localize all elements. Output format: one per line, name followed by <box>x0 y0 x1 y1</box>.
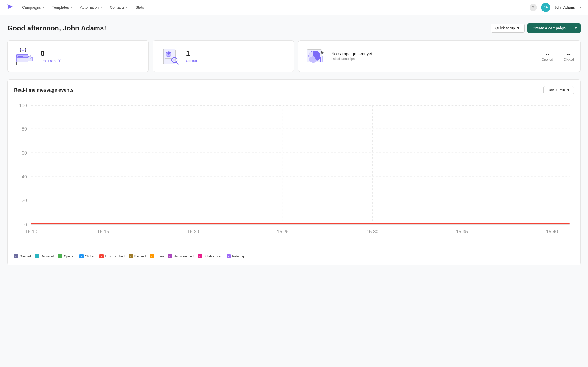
legend-checkbox[interactable]: ✓ <box>150 254 154 258</box>
legend-label: Unsubscribed <box>105 254 124 258</box>
legend-label: Retrying <box>232 254 244 258</box>
legend-label: Soft-bounced <box>203 254 222 258</box>
chart-container: 100 80 60 40 20 0 <box>14 100 574 247</box>
help-button[interactable]: ? <box>530 4 537 11</box>
stat-card-contact: 1 Contact <box>153 40 294 72</box>
svg-text:15:40: 15:40 <box>546 229 558 234</box>
campaign-title: No campaign sent yet <box>331 52 536 56</box>
chevron-down-icon: ▼ <box>517 26 520 30</box>
avatar[interactable]: JA <box>541 3 550 12</box>
nav-stats[interactable]: Stats <box>132 4 147 11</box>
opened-value: -- <box>542 51 553 57</box>
svg-text:15:30: 15:30 <box>367 229 378 234</box>
email-sent-count: 0 <box>40 50 61 57</box>
campaign-info: No campaign sent yet Latest campaign <box>331 52 536 61</box>
svg-rect-19 <box>322 56 323 62</box>
create-campaign-dropdown-button[interactable]: ▼ <box>571 23 581 33</box>
svg-rect-3 <box>18 56 23 57</box>
legend-checkbox[interactable]: ✓ <box>14 254 18 258</box>
info-icon: i <box>58 59 61 62</box>
email-sent-info: 0 Email sent i <box>40 50 61 63</box>
legend-checkbox[interactable]: ✓ <box>198 254 202 258</box>
chevron-down-icon: ▼ <box>70 6 73 9</box>
main-content: Good afternoon, John Adams! Quick setup … <box>0 15 588 274</box>
stat-card-campaign: No campaign sent yet Latest campaign -- … <box>298 40 581 72</box>
legend-checkbox[interactable]: ✓ <box>58 254 62 258</box>
legend-item: ✓Unsubscribed <box>99 254 124 258</box>
svg-text:100: 100 <box>19 103 27 108</box>
legend-item: ✓Delivered <box>35 254 54 258</box>
legend-item: ✓Queued <box>14 254 31 258</box>
chevron-down-icon: ▼ <box>125 6 128 9</box>
svg-point-10 <box>167 52 170 55</box>
metric-opened: -- Opened <box>542 51 553 61</box>
stats-row: 0 Email sent i <box>7 40 581 72</box>
legend-checkbox[interactable]: ✓ <box>129 254 133 258</box>
svg-text:60: 60 <box>22 150 27 156</box>
svg-line-14 <box>176 62 178 64</box>
legend-item: ✓Blocked <box>129 254 146 258</box>
svg-text:40: 40 <box>22 174 27 180</box>
svg-rect-5 <box>20 48 26 52</box>
time-select-button[interactable]: Last 30 min ▼ <box>543 86 574 94</box>
legend-label: Queued <box>20 254 31 258</box>
legend-checkbox[interactable]: ✓ <box>227 254 231 258</box>
user-name: John Adams <box>554 5 575 10</box>
legend-label: Opened <box>64 254 75 258</box>
svg-text:80: 80 <box>22 126 27 132</box>
svg-text:0: 0 <box>24 222 27 227</box>
svg-point-15 <box>173 59 176 61</box>
contact-count: 1 <box>186 50 198 57</box>
chart-header: Real-time message events Last 30 min ▼ <box>14 86 574 94</box>
legend-checkbox[interactable]: ✓ <box>35 254 39 258</box>
app-logo[interactable] <box>6 3 14 12</box>
chart-svg: 100 80 60 40 20 0 <box>14 100 574 246</box>
chart-title: Real-time message events <box>14 87 74 93</box>
nav-automation[interactable]: Automation ▼ <box>77 4 106 11</box>
create-campaign-button[interactable]: Create a campaign <box>527 23 571 33</box>
legend-item: ✓Opened <box>58 254 75 258</box>
legend-item: ✓Retrying <box>227 254 244 258</box>
svg-marker-0 <box>7 4 13 9</box>
clicked-label: Clicked <box>564 58 574 61</box>
svg-text:15:10: 15:10 <box>25 229 37 234</box>
legend-checkbox[interactable]: ✓ <box>99 254 104 258</box>
legend-label: Clicked <box>85 254 95 258</box>
legend-item: ✓Hard-bounced <box>168 254 194 258</box>
contact-label[interactable]: Contact <box>186 59 198 63</box>
navbar-right: ? JA John Adams ▼ <box>530 3 582 12</box>
legend-checkbox[interactable]: ✓ <box>79 254 84 258</box>
chevron-down-icon: ▼ <box>100 6 102 9</box>
page-title: Good afternoon, John Adams! <box>7 24 106 32</box>
opened-label: Opened <box>542 58 553 61</box>
stat-card-email-sent: 0 Email sent i <box>7 40 149 72</box>
legend-item: ✓Soft-bounced <box>198 254 222 258</box>
svg-text:15:35: 15:35 <box>456 229 468 234</box>
nav-templates[interactable]: Templates ▼ <box>49 4 76 11</box>
chevron-down-icon: ▼ <box>567 88 570 92</box>
svg-text:20: 20 <box>22 198 27 203</box>
campaign-subtitle: Latest campaign <box>331 57 536 61</box>
campaign-metrics: -- Opened -- Clicked <box>542 51 574 61</box>
chevron-down-icon: ▼ <box>42 6 45 9</box>
navbar: Campaigns ▼ Templates ▼ Automation ▼ Con… <box>0 0 588 15</box>
metric-clicked: -- Clicked <box>564 51 574 61</box>
email-sent-label[interactable]: Email sent i <box>40 59 61 63</box>
create-campaign-wrapper: Create a campaign ▼ <box>527 23 581 33</box>
chart-section: Real-time message events Last 30 min ▼ 1… <box>7 79 581 265</box>
clicked-value: -- <box>564 51 574 57</box>
contact-info: 1 Contact <box>186 50 198 63</box>
svg-text:15:15: 15:15 <box>97 229 109 234</box>
user-menu-chevron[interactable]: ▼ <box>579 6 582 9</box>
nav-contacts[interactable]: Contacts ▼ <box>107 4 131 11</box>
email-sent-icon <box>14 47 35 65</box>
svg-text:15:25: 15:25 <box>277 229 289 234</box>
legend-checkbox[interactable]: ✓ <box>168 254 172 258</box>
chart-legend: ✓Queued✓Delivered✓Opened✓Clicked✓Unsubsc… <box>14 251 574 258</box>
nav-campaigns[interactable]: Campaigns ▼ <box>19 4 48 11</box>
contact-icon <box>160 47 181 65</box>
legend-label: Delivered <box>41 254 54 258</box>
quick-setup-button[interactable]: Quick setup ▼ <box>491 24 525 33</box>
page-header: Good afternoon, John Adams! Quick setup … <box>7 23 581 33</box>
legend-item: ✓Spam <box>150 254 164 258</box>
